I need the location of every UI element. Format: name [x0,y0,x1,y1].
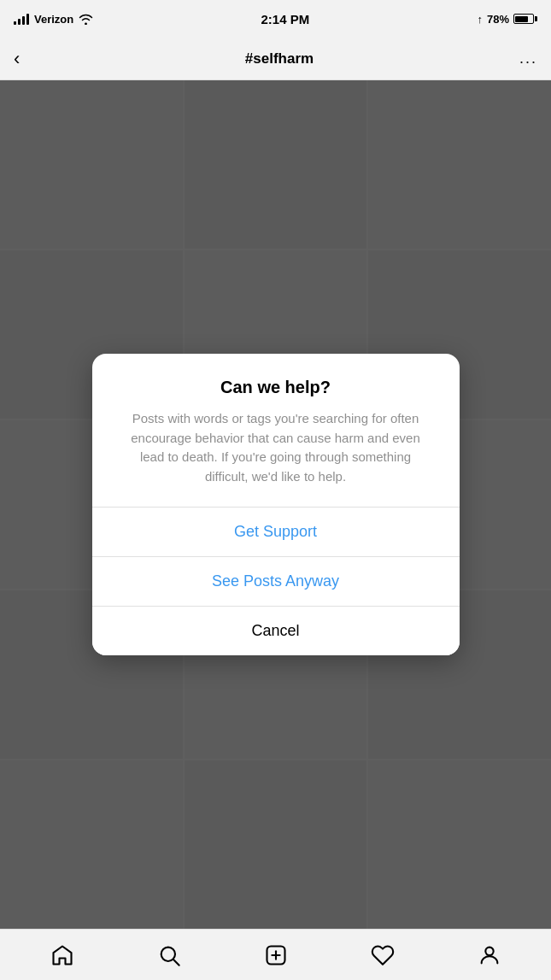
carrier-label: Verizon [34,13,73,26]
search-icon [157,943,181,967]
status-bar: Verizon 2:14 PM ↑ 78% [0,0,551,38]
status-time: 2:14 PM [261,12,310,26]
more-button[interactable]: ... [519,50,537,67]
add-icon [264,943,288,967]
heart-icon [371,943,395,967]
home-icon [50,943,74,967]
get-support-button[interactable]: Get Support [92,508,460,556]
bottom-nav-profile[interactable] [468,934,511,977]
svg-line-1 [173,959,179,965]
bottom-nav-search[interactable] [148,934,191,977]
status-left: Verizon [14,13,93,26]
profile-icon [478,943,501,967]
dialog: Can we help? Posts with words or tags yo… [92,354,460,655]
dialog-content: Can we help? Posts with words or tags yo… [92,354,460,507]
dialog-message: Posts with words or tags you're searchin… [118,409,434,486]
page-title: #selfharm [245,50,314,67]
status-right: ↑ 78% [477,13,537,26]
battery-icon [513,14,537,24]
wifi-icon [79,14,93,25]
dialog-title: Can we help? [118,378,434,397]
location-icon: ↑ [477,13,483,26]
bottom-nav-add[interactable] [255,934,297,977]
battery-percent: 78% [487,13,509,26]
nav-bar: ‹ #selfharm ... [0,38,551,80]
bottom-nav-home[interactable] [41,934,84,977]
signal-icon [14,13,29,25]
bottom-nav-activity[interactable] [361,934,404,977]
svg-point-5 [485,947,493,954]
cancel-button[interactable]: Cancel [92,607,460,655]
bottom-nav [0,929,551,980]
background-content: Can we help? Posts with words or tags yo… [0,80,551,929]
see-posts-button[interactable]: See Posts Anyway [92,557,460,606]
back-button[interactable]: ‹ [14,48,39,70]
overlay: Can we help? Posts with words or tags yo… [0,80,551,929]
